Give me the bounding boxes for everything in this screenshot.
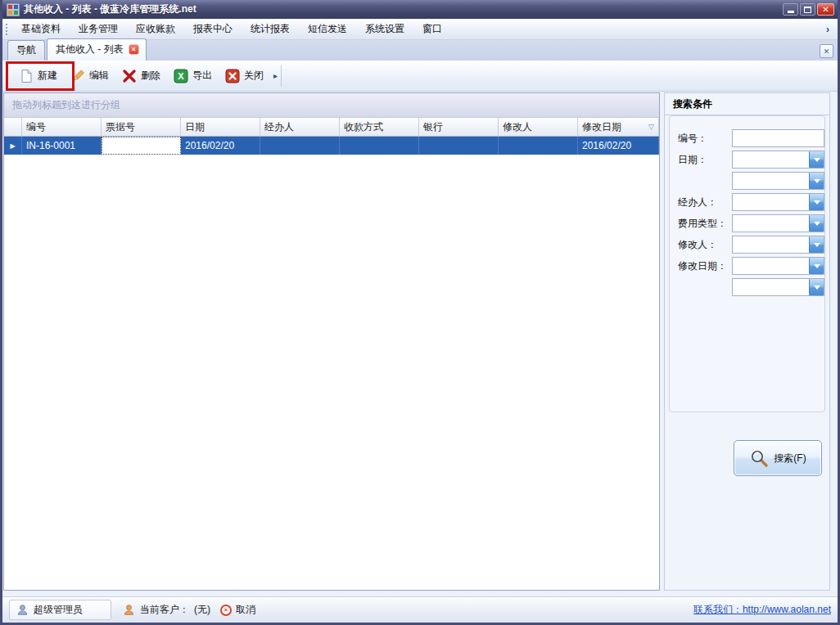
new-document-icon [19, 69, 34, 83]
close-label: 关闭 [244, 69, 264, 83]
date-to-dropdown[interactable] [732, 172, 824, 190]
row-indicator-header [4, 118, 22, 137]
edit-button[interactable]: 编辑 [64, 65, 115, 88]
toolbar-overflow-button[interactable]: ▸ [270, 65, 282, 87]
menu-item-statistics[interactable]: 统计报表 [242, 19, 299, 39]
tab-other-income-list[interactable]: 其他收入 - 列表 ✕ [47, 38, 147, 61]
customer-icon [123, 604, 135, 616]
maximize-button[interactable] [800, 3, 815, 16]
column-header-label: 修改日期 [582, 120, 621, 134]
cell-handler[interactable] [260, 137, 340, 155]
current-customer: 当前客户： (无) [123, 603, 210, 617]
edit-label: 编辑 [89, 69, 109, 83]
search-conditions-group: 编号： 日期： 经办人： 费用类型： [669, 115, 825, 412]
close-tab-button[interactable]: 关闭 [219, 65, 270, 88]
search-panel: 搜索条件 编号： 日期： 经办人： [664, 92, 830, 591]
current-user-name: 超级管理员 [34, 603, 83, 617]
date-from-dropdown[interactable] [732, 151, 824, 169]
chevron-down-icon[interactable] [809, 279, 824, 295]
tabstrip-close-button[interactable]: ✕ [820, 44, 833, 58]
app-window: 其他收入 - 列表 - 傲蓝冷库管理系统.net ✕ 基础资料 业务管理 应收账… [0, 0, 840, 625]
menu-item-business[interactable]: 业务管理 [70, 19, 127, 39]
menu-item-receivables[interactable]: 应收账款 [127, 19, 184, 39]
chevron-down-icon[interactable] [809, 173, 824, 189]
close-button[interactable]: ✕ [817, 3, 834, 16]
modify-date-from-dropdown[interactable] [732, 257, 824, 275]
search-button[interactable]: 搜索(F) [734, 440, 822, 476]
number-label: 编号： [678, 132, 707, 146]
maximize-icon [804, 7, 811, 13]
cell-receipt-no-editing[interactable] [102, 137, 181, 155]
tab-navigation[interactable]: 导航 [7, 40, 45, 61]
column-header-date[interactable]: 日期 [181, 118, 260, 137]
cell-date[interactable]: 2016/02/20 [181, 137, 260, 155]
delete-label: 删除 [141, 69, 160, 83]
data-grid: 拖动列标题到这进行分组 编号 票据号 日期 经办人 收款方式 银行 修改人 修改… [3, 92, 660, 591]
chevron-down-icon[interactable] [809, 215, 824, 232]
minimize-button[interactable] [783, 3, 798, 16]
menu-item-report-center[interactable]: 报表中心 [184, 19, 242, 39]
menu-item-window[interactable]: 窗口 [413, 19, 451, 39]
table-row[interactable]: ▶ IN-16-0001 2016/02/20 2016/02/20 [4, 137, 659, 155]
app-icon [7, 3, 20, 16]
row-indicator-cell: ▶ [4, 137, 22, 155]
tab-strip: 导航 其他收入 - 列表 ✕ ✕ [2, 40, 838, 61]
status-bar: 超级管理员 当前客户： (无) ✕ 取消 联系我们：http://www.aol… [2, 596, 838, 623]
chevron-down-icon[interactable] [809, 151, 824, 168]
close-icon: ✕ [822, 6, 829, 14]
svg-text:X: X [178, 71, 184, 81]
column-header-bank[interactable]: 银行 [419, 118, 499, 137]
chevron-down-icon[interactable] [809, 258, 824, 274]
delete-button[interactable]: 删除 [115, 65, 167, 88]
toolbar: 新建 编辑 删除 X 导出 [2, 61, 838, 92]
column-header-number[interactable]: 编号 [22, 118, 102, 137]
new-label: 新建 [38, 69, 57, 83]
chevron-down-icon[interactable] [809, 236, 824, 253]
cell-modifier[interactable] [499, 137, 578, 155]
cancel-label: 取消 [236, 603, 255, 617]
cancel-icon: ✕ [220, 605, 232, 616]
cell-bank[interactable] [419, 137, 499, 155]
search-panel-title: 搜索条件 [665, 93, 829, 115]
cancel-button[interactable]: ✕ 取消 [220, 603, 255, 617]
sort-descending-icon: ▽ [648, 123, 654, 131]
tab-label: 其他收入 - 列表 [56, 43, 124, 56]
menu-item-settings[interactable]: 系统设置 [356, 19, 413, 39]
search-icon [749, 448, 769, 468]
contact-link[interactable]: 联系我们：http://www.aolan.net [693, 603, 831, 617]
expense-type-dropdown[interactable] [732, 214, 824, 232]
menu-item-sms[interactable]: 短信发送 [299, 19, 356, 39]
modifier-dropdown[interactable] [732, 236, 824, 254]
row-arrow-icon: ▶ [10, 142, 15, 150]
chevron-down-icon[interactable] [809, 194, 824, 210]
number-input[interactable] [732, 129, 824, 147]
current-user-box: 超级管理员 [9, 600, 111, 620]
cell-modify-date[interactable]: 2016/02/20 [578, 137, 659, 155]
cell-payment-method[interactable] [340, 137, 419, 155]
search-button-label: 搜索(F) [774, 452, 806, 465]
column-header-modify-date[interactable]: 修改日期 ▽ [578, 118, 659, 137]
modify-date-label: 修改日期： [678, 259, 727, 273]
modify-date-to-dropdown[interactable] [732, 278, 824, 296]
export-button[interactable]: X 导出 [167, 65, 219, 88]
toolbar-grip[interactable] [5, 70, 9, 83]
grid-header-row: 编号 票据号 日期 经办人 收款方式 银行 修改人 修改日期 ▽ [4, 118, 659, 137]
modifier-label: 修改人： [678, 238, 717, 252]
tab-close-icon[interactable]: ✕ [129, 44, 139, 55]
new-button[interactable]: 新建 [12, 65, 64, 88]
group-by-bar[interactable]: 拖动列标题到这进行分组 [4, 93, 659, 118]
customer-value: (无) [194, 603, 210, 617]
minimize-icon [788, 11, 794, 13]
menu-item-basic-data[interactable]: 基础资料 [12, 19, 70, 39]
handler-dropdown[interactable] [732, 193, 824, 211]
customer-label: 当前客户： [140, 603, 189, 617]
column-header-handler[interactable]: 经办人 [260, 118, 340, 137]
column-header-receipt-no[interactable]: 票据号 [102, 118, 181, 137]
date-label: 日期： [678, 153, 707, 167]
menu-grip[interactable] [5, 23, 9, 36]
cell-number[interactable]: IN-16-0001 [22, 137, 102, 155]
column-header-modifier[interactable]: 修改人 [499, 118, 578, 137]
handler-label: 经办人： [678, 196, 717, 209]
column-header-payment-method[interactable]: 收款方式 [340, 118, 419, 137]
menu-overflow-button[interactable]: › [821, 22, 834, 37]
